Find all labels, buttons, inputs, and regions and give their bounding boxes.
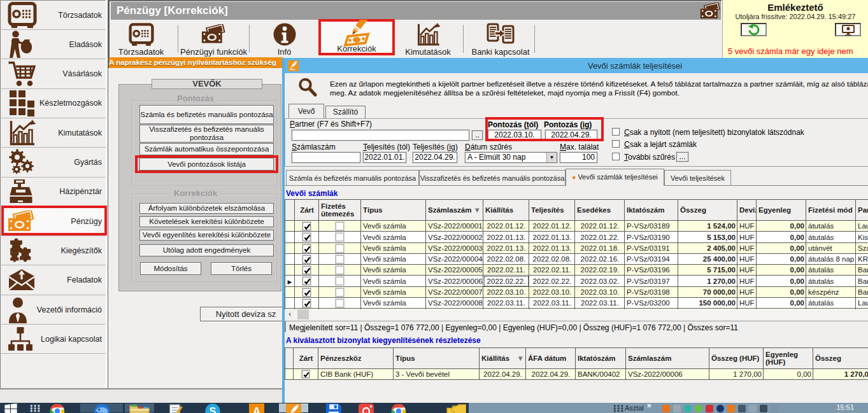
svg-text:S: S: [210, 405, 217, 413]
svg-text:A: A: [253, 405, 261, 413]
